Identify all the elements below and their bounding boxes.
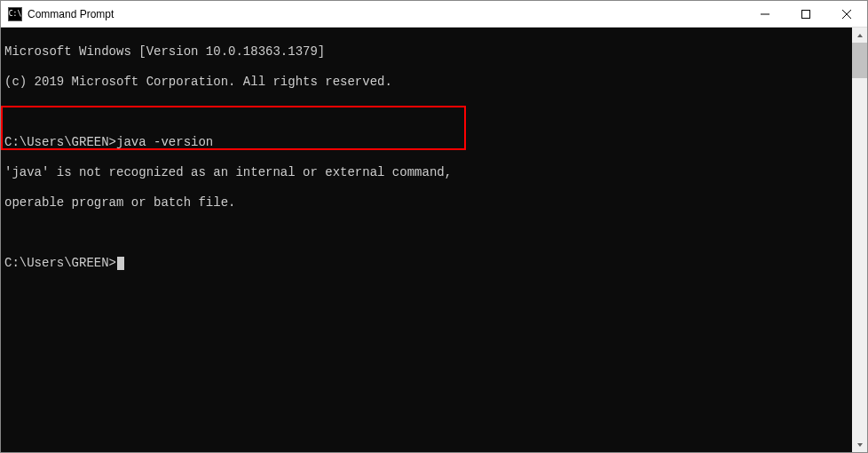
window-title: Command Prompt — [28, 8, 745, 20]
scroll-track[interactable] — [852, 43, 867, 437]
terminal-prompt-line: C:\Users\GREEN> — [4, 256, 848, 271]
terminal-error-line: operable program or batch file. — [4, 195, 848, 211]
scroll-up-button[interactable] — [852, 28, 867, 43]
svg-marker-5 — [857, 443, 863, 447]
terminal-area: Microsoft Windows [Version 10.0.18363.13… — [1, 28, 867, 452]
terminal-error-line: 'java' is not recognized as an internal … — [4, 165, 848, 180]
close-button[interactable] — [826, 1, 867, 27]
cursor — [117, 257, 124, 270]
svg-marker-4 — [857, 34, 863, 37]
command-text: java -version — [116, 135, 213, 149]
scroll-down-button[interactable] — [852, 437, 867, 452]
vertical-scrollbar[interactable] — [852, 28, 867, 452]
window: C:\ Command Prompt Microsoft Windows [Ve… — [0, 0, 868, 453]
chevron-down-icon — [856, 441, 864, 449]
terminal-line: Microsoft Windows [Version 10.0.18363.13… — [4, 44, 848, 60]
titlebar[interactable]: C:\ Command Prompt — [1, 1, 867, 28]
terminal-blank — [4, 105, 848, 120]
terminal-prompt-line: C:\Users\GREEN>java -version — [4, 135, 848, 150]
window-controls — [745, 1, 867, 27]
close-icon — [842, 10, 851, 19]
svg-rect-1 — [802, 10, 810, 18]
prompt-path: C:\Users\GREEN> — [4, 135, 116, 149]
minimize-icon — [761, 10, 769, 19]
terminal-line: (c) 2019 Microsoft Corporation. All righ… — [4, 75, 848, 90]
terminal-blank — [4, 226, 848, 241]
chevron-up-icon — [856, 32, 864, 39]
terminal-output[interactable]: Microsoft Windows [Version 10.0.18363.13… — [1, 28, 852, 452]
minimize-button[interactable] — [745, 1, 785, 27]
maximize-button[interactable] — [785, 1, 826, 27]
prompt-path: C:\Users\GREEN> — [4, 256, 116, 270]
scroll-thumb[interactable] — [852, 43, 867, 78]
app-icon: C:\ — [8, 7, 22, 21]
maximize-icon — [801, 10, 810, 19]
